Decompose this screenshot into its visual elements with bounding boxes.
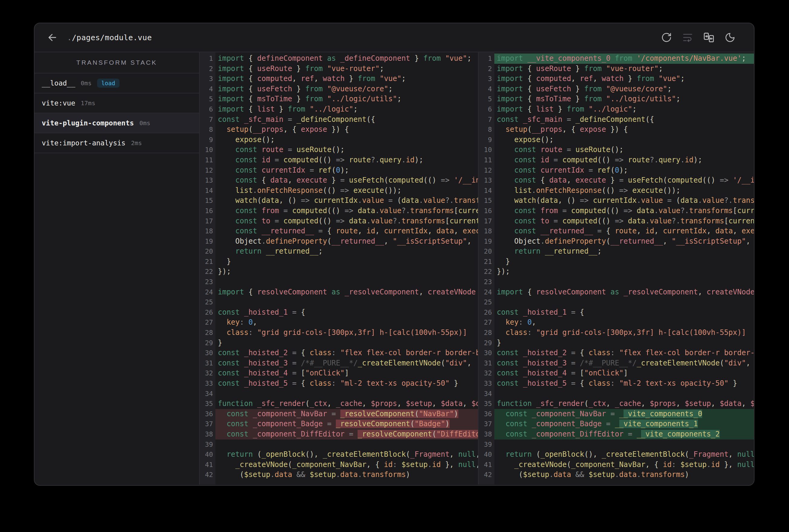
code-line: 37 const _component_Badge = __vite_compo… [479,419,754,429]
code-line: 13 const { data, execute } = useFetch(co… [200,175,478,186]
code-text: ($setup.data && $setup.data.transforms) [494,470,754,480]
sidebar-item-load[interactable]: __load__0msload [35,73,199,93]
code-line: 8 setup(__props, { expose }) { [479,125,754,135]
code-line: 28 class: "grid grid-cols-[300px,3fr] h-… [200,328,478,338]
code-text: function _sfc_render(_ctx, _cache, $prop… [215,399,478,409]
code-text [494,439,754,450]
code-text: const _hoisted_2 = { class: "flex flex-c… [494,348,754,358]
line-number: 3 [479,74,494,84]
code-text: const _component_Badge = __vite_componen… [494,419,754,429]
line-number: 41 [200,460,215,470]
line-number: 1 [479,54,494,64]
code-line: 39 [200,439,478,450]
sidebar-item-vite-vue[interactable]: vite:vue17ms [35,93,199,113]
code-line: 7const _sfc_main = _defineComponent({ [479,115,754,125]
code-text: const to = computed(() => data.value?.tr… [215,216,478,226]
line-number: 36 [200,409,215,419]
line-wrap-button[interactable] [677,32,698,43]
code-text: const _hoisted_2 = { class: "flex flex-c… [215,348,478,358]
line-number: 37 [200,419,215,429]
code-line: 18 const __returned__ = { route, id, cur… [200,226,478,236]
code-text: import { useRoute } from "vue-router"; [215,64,478,74]
code-line: 42 ($setup.data && $setup.data.transform… [479,470,754,480]
line-number: 22 [479,267,494,277]
code-line: 12 const currentIdx = ref(0); [200,165,478,176]
diff-pane-before[interactable]: 1import { defineComponent as _defineComp… [200,52,478,484]
line-number: 7 [479,115,494,125]
title-dot: . [67,33,72,42]
split-diff-icon [703,32,715,43]
code-text: import { computed, ref, watch } from "vu… [215,74,478,84]
code-text: } [215,338,478,348]
code-line: 2import { useRoute } from "vue-router"; [479,64,754,74]
code-text: expose(); [215,135,478,145]
code-line: 40 return (_openBlock(), _createElementB… [200,450,478,460]
code-line: 21 } [200,256,478,267]
code-text: const _hoisted_1 = { [494,307,754,318]
line-number: 39 [200,439,215,450]
code-text: ($setup.data && $setup.data.transforms) [215,470,478,480]
theme-toggle-button[interactable] [719,32,740,43]
code-text: class: "grid grid-cols-[300px,3fr] h-[ca… [215,328,478,338]
side-by-side-diff-button[interactable] [698,32,719,43]
line-number: 18 [479,226,494,236]
code-line: 22}); [200,267,478,277]
code-text: const _sfc_main = _defineComponent({ [215,115,478,125]
line-number: 12 [200,165,215,176]
sidebar-item-vite-plugin-components[interactable]: vite-plugin-components0ms [35,113,199,133]
line-number: 9 [200,135,215,145]
code-line: 2import { useRoute } from "vue-router"; [200,64,478,74]
line-number: 10 [479,145,494,155]
code-text: } [494,256,754,267]
code-text [494,297,754,307]
code-text: import __vite_components_0 from '/compon… [494,54,754,64]
code-text: import { useRoute } from "vue-router"; [494,64,754,74]
refresh-button[interactable] [656,32,677,43]
refresh-icon [661,32,672,43]
diff-pane-after[interactable]: 1import __vite_components_0 from '/compo… [479,52,754,484]
code-text: const _component_DiffEditor = __vite_com… [494,429,754,439]
code-line: 34 [200,389,478,399]
code-text: list.onFetchResponse(() => execute()); [494,186,754,196]
line-number: 15 [200,195,215,206]
code-text: function _sfc_render(_ctx, _cache, $prop… [494,399,754,409]
code-text: const id = computed(() => route?.query.i… [494,155,754,165]
code-text: const route = useRoute(); [494,145,754,155]
line-number: 32 [479,368,494,378]
code-line: 11 const id = computed(() => route?.quer… [200,155,478,165]
line-number: 32 [200,368,215,378]
code-line: 25 [200,297,478,307]
line-number: 23 [479,277,494,287]
code-line: 9 expose(); [200,135,478,145]
code-line: 9 expose(); [479,135,754,145]
code-text: }); [215,267,478,277]
code-line: 30const _hoisted_2 = { class: "flex flex… [200,348,478,358]
code-text: const from = computed(() => data.value?.… [494,206,754,216]
code-line: 27 key: 0, [200,317,478,328]
code-line: 5import { msToTime } from "../logic/util… [200,94,478,104]
line-number: 17 [200,216,215,226]
code-text: const _component_NavBar = _resolveCompon… [215,409,478,419]
code-text: const { data, execute } = useFetch(compu… [215,175,478,186]
line-number: 6 [200,104,215,115]
code-text [494,277,754,287]
code-text: import { defineComponent as _defineCompo… [215,54,478,64]
code-text: }); [494,267,754,277]
code-text: import { useFetch } from "@vueuse/core"; [215,84,478,94]
code-line: 4import { useFetch } from "@vueuse/core"… [479,84,754,94]
line-number: 11 [200,155,215,165]
line-number: 4 [479,84,494,94]
line-number: 28 [479,328,494,338]
code-line: 15 watch(data, () => currentIdx.value = … [479,195,754,206]
code-text: const from = computed(() => data.value?.… [215,206,478,216]
wrap-text-icon [682,32,693,43]
back-button[interactable] [47,32,58,43]
line-number: 8 [479,125,494,135]
code-line: 31const _hoisted_3 = /*#__PURE__*/_creat… [200,358,478,368]
line-number: 27 [200,317,215,328]
plugin-name: __load__ [42,79,75,87]
code-line: 33const _hoisted_5 = { class: "ml-2 text… [200,378,478,389]
code-text: const _component_NavBar = __vite_compone… [494,409,754,419]
sidebar-item-vite-import-analysis[interactable]: vite:import-analysis2ms [35,133,199,153]
line-number: 25 [479,297,494,307]
